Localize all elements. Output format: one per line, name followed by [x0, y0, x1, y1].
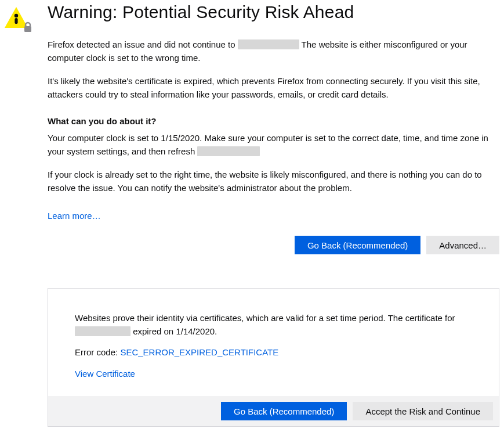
error-code-link[interactable]: SEC_ERROR_EXPIRED_CERTIFICATE — [120, 347, 278, 357]
svg-rect-1 — [14, 18, 17, 24]
redacted-hostname — [238, 39, 299, 49]
error-code-line: Error code: SEC_ERROR_EXPIRED_CERTIFICAT… — [75, 347, 472, 357]
clock-instruction: Your computer clock is set to 1/15/2020.… — [48, 132, 499, 158]
advanced-panel: Websites prove their identity via certif… — [48, 288, 499, 427]
redacted-hostname — [197, 146, 260, 156]
advanced-button[interactable]: Advanced… — [426, 236, 499, 254]
svg-rect-2 — [24, 26, 31, 32]
misconfigured-note: If your clock is already set to the righ… — [48, 168, 499, 195]
view-certificate-link[interactable]: View Certificate — [75, 369, 135, 379]
svg-point-0 — [14, 14, 18, 17]
go-back-button[interactable]: Go Back (Recommended) — [295, 236, 420, 254]
warning-icon — [3, 2, 32, 35]
learn-more-link[interactable]: Learn more… — [48, 211, 101, 221]
go-back-button-2[interactable]: Go Back (Recommended) — [221, 402, 347, 420]
certificate-explanation: Websites prove their identity via certif… — [75, 312, 472, 338]
accept-risk-button[interactable]: Accept the Risk and Continue — [353, 402, 493, 420]
warning-description-1: Firefox detected an issue and did not co… — [48, 38, 499, 64]
what-can-you-do-heading: What can you do about it? — [48, 116, 499, 126]
redacted-hostname — [75, 326, 130, 336]
page-title: Warning: Potential Security Risk Ahead — [48, 2, 499, 22]
warning-description-2: It's likely the website's certificate is… — [48, 75, 499, 101]
